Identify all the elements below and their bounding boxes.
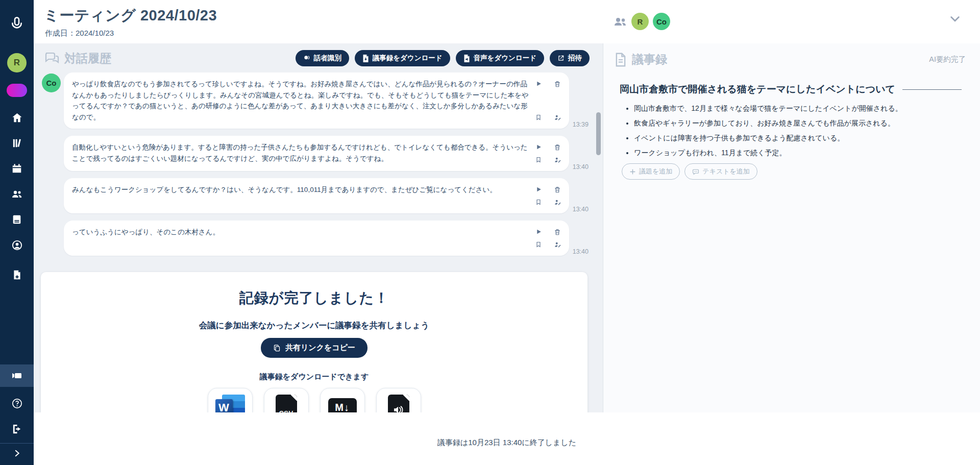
chevron-down-icon[interactable]: [949, 15, 961, 23]
message-bubble[interactable]: やっぱり飲食店なのでもう参加されてるって珍しいですよね。そうですね。お好み焼き屋…: [64, 72, 569, 129]
play-icon[interactable]: [535, 186, 542, 193]
csv-file-icon: CSV: [276, 395, 297, 412]
calendar-icon[interactable]: [7, 159, 27, 178]
collaborators: R Co: [613, 13, 670, 30]
delete-icon[interactable]: [554, 143, 561, 151]
conversation-scrollbar[interactable]: [596, 112, 601, 155]
workspace-pill-badge[interactable]: [7, 84, 27, 97]
message-actions: [533, 184, 563, 207]
avatar-co[interactable]: Co: [653, 13, 670, 30]
topic-divider: [902, 89, 962, 90]
bookmark-icon[interactable]: [535, 156, 542, 163]
delete-icon[interactable]: [554, 186, 561, 193]
invite-button[interactable]: 招待: [550, 50, 590, 66]
avatar-r[interactable]: R: [631, 13, 649, 30]
delete-icon[interactable]: [554, 228, 561, 236]
download-audio-tile[interactable]: ダウンロード: [376, 388, 421, 412]
message-bubble[interactable]: 自動化しやすいという危険があります。すると障害の持った子供さんたちも参加するんで…: [64, 136, 569, 171]
edit-speaker-icon[interactable]: [554, 156, 561, 163]
message-list: Co やっぱり飲食店なのでもう参加されてるって珍しいですよね。そうですね。お好み…: [34, 71, 603, 263]
add-topic-button[interactable]: 議題を追加: [622, 163, 680, 180]
minutes-panel: 議事録 AI要約完了 岡山市倉敷市で開催される猫をテーマにしたイベントについて …: [603, 43, 980, 412]
download-tiles: W ダウンロード CSV: [51, 388, 577, 412]
download-audio-button[interactable]: 音声をダウンロード: [456, 50, 544, 66]
topic-title[interactable]: 岡山市倉敷市で開催される猫をテーマにしたイベントについて: [620, 83, 895, 96]
edit-speaker-icon[interactable]: [554, 241, 561, 248]
edit-speaker-icon[interactable]: [554, 199, 561, 206]
new-document-icon[interactable]: [7, 265, 27, 284]
conversation-title: 対話履歴: [44, 51, 111, 66]
minutes-actions: 議題を追加 テキストを追加: [622, 163, 967, 180]
download-csv-tile[interactable]: CSV ダウンロード: [264, 388, 309, 412]
delete-icon[interactable]: [554, 80, 561, 88]
download-minutes-button[interactable]: 議事録をダウンロード: [355, 50, 450, 66]
notebook-icon[interactable]: [7, 210, 27, 229]
complete-title: 記録が完了しました！: [51, 288, 577, 308]
download-word-tile[interactable]: W ダウンロード: [208, 388, 253, 412]
message-text: 自動化しやすいという危険があります。すると障害の持った子供さんたちも参加するんで…: [72, 142, 529, 165]
message-row: っていうふうにやっぱり、そのこの木村さん。 13:40: [64, 221, 589, 256]
play-icon[interactable]: [535, 143, 542, 151]
created-date: 作成日：2024/10/23: [45, 29, 114, 38]
sidebar-user-avatar[interactable]: R: [7, 53, 27, 72]
minutes-topic: 岡山市倉敷市で開催される猫をテーマにしたイベントについて 岡山市倉敷市で、12月…: [615, 83, 967, 180]
chat-bubbles-icon: [44, 52, 59, 65]
summary-bullet: ワークショップも行われ、11月まで続く予定。: [634, 149, 967, 158]
help-icon[interactable]: [7, 394, 27, 412]
document-icon: [615, 53, 627, 67]
play-icon[interactable]: [535, 228, 542, 236]
bookmark-icon[interactable]: [535, 199, 542, 206]
summary-bullet: イベントには障害を持つ子供も参加できるよう配慮されている。: [634, 134, 967, 143]
audio-file-icon: [388, 395, 409, 412]
speaker-identify-button[interactable]: 話者識別: [296, 50, 349, 66]
recording-complete-card: 記録が完了しました！ 会議に参加出来なかったメンバーに議事録を共有しましょう 共…: [41, 272, 587, 412]
sidebar-item-recording[interactable]: [0, 364, 34, 387]
edit-speaker-icon[interactable]: [554, 114, 561, 121]
home-icon[interactable]: [7, 108, 27, 127]
page-footer: 議事録は10月23日 13:40に終了しました: [34, 412, 980, 465]
message-time: 13:40: [573, 163, 589, 170]
message-time: 13:39: [573, 121, 589, 128]
copy-share-link-button[interactable]: 共有リンクをコピー: [261, 338, 368, 358]
summary-bullet: 飲食店やギャラリーが参加しており、お好み焼き屋さんでも作品が展示される。: [634, 119, 967, 128]
message-row: 自動化しやすいという危険があります。すると障害の持った子供さんたちも参加するんで…: [64, 136, 589, 171]
sidebar-collapse[interactable]: [0, 443, 34, 465]
share-hint: 会議に参加出来なかったメンバーに議事録を共有しましょう: [51, 320, 577, 331]
meeting-ended-status: 議事録は10月23日 13:40に終了しました: [437, 438, 576, 448]
participants-icon[interactable]: [613, 15, 627, 28]
message-bubble[interactable]: っていうふうにやっぱり、そのこの木村さん。: [64, 221, 569, 256]
main-area: ミーティング 2024/10/23 作成日：2024/10/23 R Co: [34, 0, 980, 465]
speaker-avatar[interactable]: Co: [42, 74, 61, 92]
download-markdown-tile[interactable]: M↓ ダウンロード: [320, 388, 365, 412]
add-text-button[interactable]: テキストを追加: [684, 163, 757, 180]
logout-icon[interactable]: [7, 420, 27, 438]
summary-bullet: 岡山市倉敷市で、12月まで様々な会場で猫をテーマにしたイベントが開催される。: [634, 104, 967, 113]
summary-bullets: 岡山市倉敷市で、12月まで様々な会場で猫をテーマにしたイベントが開催される。 飲…: [634, 104, 967, 158]
content-row: 対話履歴 話者識別 議事録をダウンロード 音声をダウンロード: [34, 43, 980, 412]
message-time: 13:40: [573, 248, 589, 255]
markdown-file-icon: M↓: [328, 395, 357, 412]
message-time: 13:40: [573, 206, 589, 213]
message-bubble[interactable]: みんなもこうワークショップをしてるんですか？はい、そうなんです。110,011月…: [64, 178, 569, 213]
members-icon[interactable]: [7, 185, 27, 203]
message-row: Co やっぱり飲食店なのでもう参加されてるって珍しいですよね。そうですね。お好み…: [64, 72, 589, 129]
download-hint: 議事録をダウンロードできます: [51, 372, 577, 382]
message-actions: [533, 142, 563, 165]
message-actions: [533, 227, 563, 250]
word-file-icon: W: [215, 395, 245, 412]
conversation-panel: 対話履歴 話者識別 議事録をダウンロード 音声をダウンロード: [34, 43, 603, 412]
conversation-toolbar: 話者識別 議事録をダウンロード 音声をダウンロード 招待: [296, 50, 590, 66]
play-icon[interactable]: [535, 80, 542, 88]
account-icon[interactable]: [7, 236, 27, 254]
bookmark-icon[interactable]: [535, 114, 542, 121]
message-row: みんなもこうワークショップをしてるんですか？はい、そうなんです。110,011月…: [64, 178, 589, 213]
message-text: やっぱり飲食店なのでもう参加されてるって珍しいですよね。そうですね。お好み焼き屋…: [72, 79, 529, 123]
library-icon[interactable]: [7, 134, 27, 152]
page-header: ミーティング 2024/10/23 作成日：2024/10/23 R Co: [34, 0, 980, 43]
bookmark-icon[interactable]: [535, 241, 542, 248]
ai-summary-status: AI要約完了: [929, 55, 966, 64]
app-logo-mic-icon[interactable]: [9, 15, 25, 33]
conversation-panel-header: 対話履歴 話者識別 議事録をダウンロード 音声をダウンロード: [34, 43, 603, 71]
sidebar: R: [0, 0, 34, 465]
message-actions: [533, 79, 563, 123]
